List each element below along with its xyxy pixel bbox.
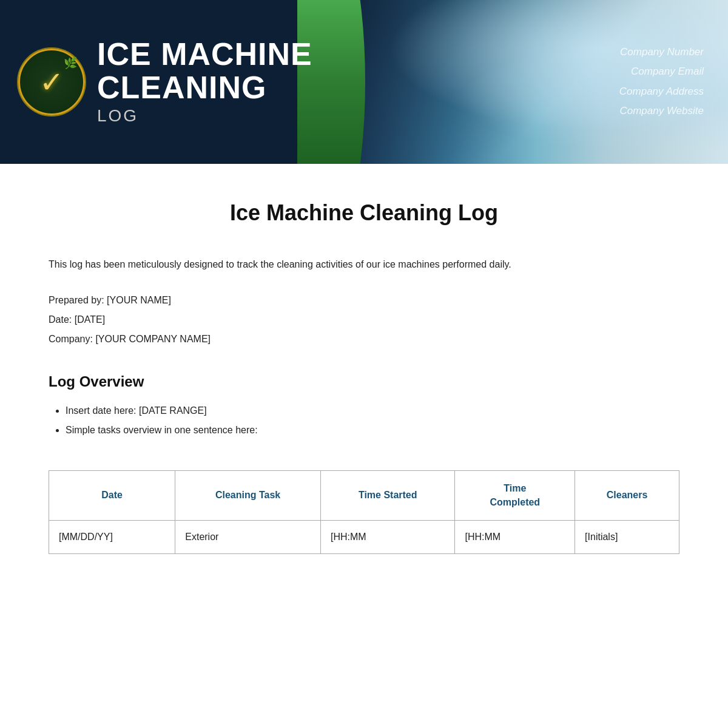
header-title-block: ICE MACHINE CLEANING LOG <box>97 38 312 126</box>
company-number-label: Company Number <box>619 42 704 62</box>
company-info-block: Company Number Company Email Company Add… <box>619 42 704 121</box>
list-item: Insert date here: [DATE RANGE] <box>66 401 679 421</box>
checkmark-icon: ✓ <box>39 65 64 99</box>
col-header-time-started: Time Started <box>320 471 454 521</box>
date-label: Date: <box>49 314 72 325</box>
company-logo: 🌿 ✓ <box>18 49 85 115</box>
prepared-by-row: Prepared by: [YOUR NAME] <box>49 291 679 310</box>
col-header-cleaners: Cleaners <box>575 471 679 521</box>
main-content: Ice Machine Cleaning Log This log has be… <box>0 164 728 590</box>
cell-time-started: [HH:MM <box>320 520 454 553</box>
col-header-date: Date <box>49 471 175 521</box>
company-label: Company: <box>49 334 93 344</box>
company-row: Company: [YOUR COMPANY NAME] <box>49 330 679 349</box>
date-value: [DATE] <box>75 314 105 325</box>
company-address-label: Company Address <box>619 82 704 101</box>
col-header-time-completed: TimeCompleted <box>455 471 575 521</box>
company-value: [YOUR COMPANY NAME] <box>95 334 211 344</box>
prepared-by-value: [YOUR NAME] <box>107 295 171 305</box>
date-row: Date: [DATE] <box>49 310 679 330</box>
cell-task: Exterior <box>175 520 321 553</box>
meta-info-block: Prepared by: [YOUR NAME] Date: [DATE] Co… <box>49 291 679 349</box>
title-line-1: ICE MACHINE CLEANING <box>97 38 312 104</box>
prepared-by-label: Prepared by: <box>49 295 104 305</box>
page-title: Ice Machine Cleaning Log <box>49 200 679 226</box>
leaf-icon: 🌿 <box>64 56 77 70</box>
description-text: This log has been meticulously designed … <box>49 256 595 272</box>
company-email-label: Company Email <box>619 63 704 82</box>
page-header: 🌿 ✓ ICE MACHINE CLEANING LOG Company Num… <box>0 0 728 164</box>
cell-date: [MM/DD/YY] <box>49 520 175 553</box>
cell-cleaners: [Initials] <box>575 520 679 553</box>
overview-list: Insert date here: [DATE RANGE] Simple ta… <box>49 401 679 440</box>
table-row: [MM/DD/YY] Exterior [HH:MM [HH:MM [Initi… <box>49 520 679 553</box>
col-header-task: Cleaning Task <box>175 471 321 521</box>
title-subtitle: LOG <box>97 107 312 126</box>
table-header-row: Date Cleaning Task Time Started TimeComp… <box>49 471 679 521</box>
cleaning-log-table: Date Cleaning Task Time Started TimeComp… <box>49 470 679 554</box>
company-website-label: Company Website <box>619 101 704 121</box>
list-item: Simple tasks overview in one sentence he… <box>66 421 679 440</box>
cell-time-completed: [HH:MM <box>455 520 575 553</box>
log-overview-title: Log Overview <box>49 373 679 390</box>
